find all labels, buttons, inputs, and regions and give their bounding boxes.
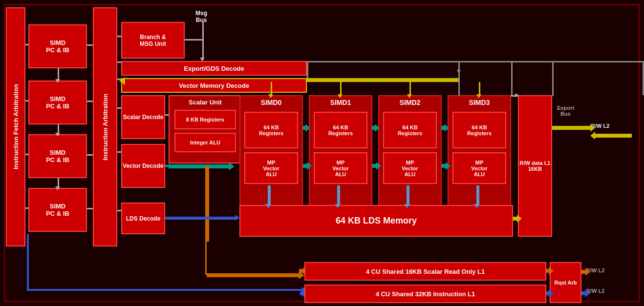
simd-pc-ib-1: SIMDPC & IB (28, 24, 87, 68)
lds-memory: 64 KB LDS Memory (239, 205, 513, 237)
integer-alu: Integer ALU (174, 133, 236, 152)
branch-msg-unit: Branch &MSG Unit (121, 22, 185, 59)
export-gds-decode: Export/GDS Decode (121, 61, 307, 76)
rw-data-l1: R/W data L1 16KB (518, 95, 552, 237)
vector-memory-arrow (307, 78, 458, 82)
simd2-block: SIMD2 64 KBRegisters MPVectorALU (378, 95, 442, 222)
simd1-block: SIMD1 64 KBRegisters MPVectorALU (309, 95, 372, 222)
simd3-block: SIMD3 64 KBRegisters MPVectorALU (448, 95, 511, 222)
arrowhead-2 (55, 133, 60, 137)
scalar-decode: Scalar Decode (121, 95, 165, 139)
export-bus-label: ExportBus (557, 105, 574, 117)
arrowhead-3 (55, 186, 60, 190)
simd-pc-ib-2: SIMDPC & IB (28, 81, 87, 124)
simd0-block: SIMD0 64 KBRegisters MPVectorALU (239, 95, 303, 222)
scalar-unit: Scalar Unit 8 KB Registers Integer ALU (169, 95, 242, 163)
simd-pc-ib-4: SIMDPC & IB (28, 188, 87, 232)
lds-arrow (165, 217, 236, 220)
msg-bus-label: MsgBus (195, 10, 207, 23)
vector-decode: Vector Decode (121, 144, 165, 188)
diagram: Instruction Fetch Arbitration SIMDPC & I… (0, 0, 644, 306)
instruction-l1-bar: 4 CU Shared 32KB Instruction L1 (304, 285, 546, 303)
scalar-l1-bar: 4 CU Shared 16KB Scalar Read Only L1 (304, 262, 546, 281)
scalar-8kb-registers: 8 KB Registers (174, 110, 236, 129)
instruction-arbitration: Instruction Arbitration (93, 7, 117, 246)
vector-memory-decode: Vector Memory Decode (121, 78, 307, 93)
lds-decode: LDS Decode (121, 203, 165, 234)
arrowhead-1 (55, 79, 60, 83)
instruction-fetch-arbitration: Instruction Fetch Arbitration (6, 7, 25, 246)
rqst-arb: Rqst Arb (550, 262, 581, 303)
simd-pc-ib-3: SIMDPC & IB (28, 134, 87, 178)
